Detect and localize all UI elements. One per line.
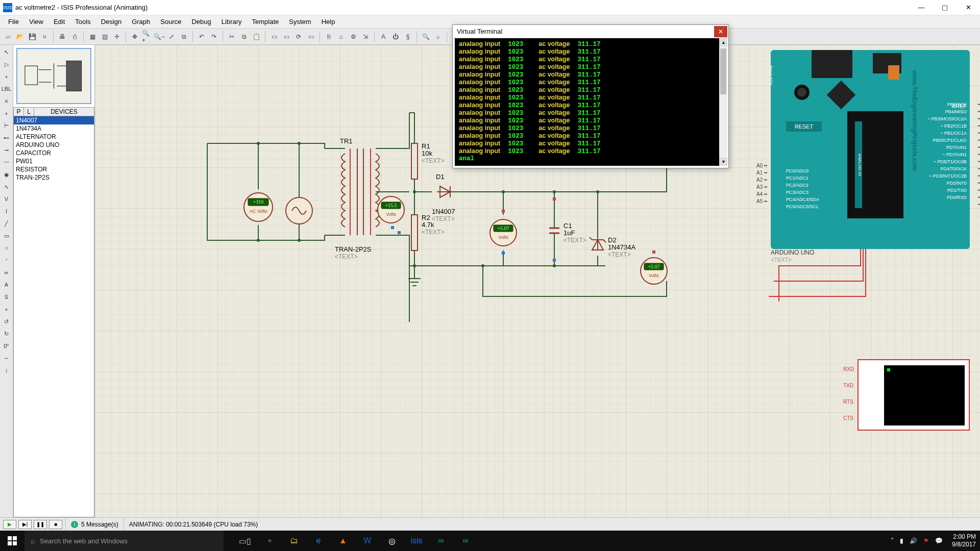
tool-path[interactable]: ∞ xyxy=(2,267,12,278)
tool-rot-ccw[interactable]: ↺ xyxy=(2,316,12,327)
task-edge[interactable]: e xyxy=(307,531,330,551)
lib-button[interactable]: ⌂ xyxy=(335,31,347,42)
tool-mirror-h[interactable]: ↔ xyxy=(2,353,12,363)
tool-bus-pin[interactable]: ⊢ xyxy=(2,120,12,131)
stop-button[interactable]: ■ xyxy=(49,520,62,529)
resistor-r2[interactable]: R2 4.7k <TEXT> xyxy=(411,192,445,266)
text-button[interactable]: § xyxy=(402,31,413,42)
task-chrome[interactable]: ◎ xyxy=(381,531,403,551)
pick-button[interactable]: ⎘ xyxy=(323,31,334,42)
diode-d1[interactable]: D1 1N4007 <TEXT> xyxy=(432,173,455,222)
tool-arc[interactable]: ◜ xyxy=(2,255,12,265)
virtual-terminal-body[interactable]: analaog input 1023 ac voltage 311.17 ana… xyxy=(455,38,719,166)
menu-tools[interactable]: Tools xyxy=(70,16,95,27)
meter-v2[interactable]: +5.07 Volts xyxy=(490,219,517,246)
undo-button[interactable]: ↶ xyxy=(196,31,207,42)
task-word[interactable]: W xyxy=(356,531,379,551)
device-tran-2p2s[interactable]: TRAN-2P2S xyxy=(14,173,94,182)
zoom-sel-button[interactable]: ⧉ xyxy=(178,31,189,42)
task-isis[interactable]: isis xyxy=(405,531,428,551)
tool-rot-cw[interactable]: ↻ xyxy=(2,329,12,339)
tool-plus3[interactable]: ＋ xyxy=(2,304,12,314)
open-button[interactable]: 📂 xyxy=(14,31,26,42)
toggle-button[interactable]: ⏻ xyxy=(390,31,401,42)
new-button[interactable]: ▱ xyxy=(2,31,13,42)
tool-mirror-v[interactable]: ↕ xyxy=(2,365,12,375)
zoom-fit-button[interactable]: ⤢ xyxy=(166,31,177,42)
menu-help[interactable]: Help xyxy=(316,16,340,27)
start-button[interactable] xyxy=(0,531,24,551)
meter-v1[interactable]: +15.5 Volts xyxy=(378,196,404,223)
menu-design[interactable]: Design xyxy=(96,16,127,27)
block-rotate-button[interactable]: ⟳ xyxy=(293,31,304,42)
device-capacitor[interactable]: CAPACITOR xyxy=(14,149,94,157)
menu-view[interactable]: View xyxy=(24,16,48,27)
make-button[interactable]: ⚙ xyxy=(348,31,359,42)
device-pw01[interactable]: PW01 xyxy=(14,157,94,165)
tray-battery-icon[interactable]: ▮ xyxy=(900,537,903,544)
capacitor-c1[interactable]: C1 1uF <TEXT> xyxy=(549,199,586,261)
zoom-out-button[interactable]: 🔍– xyxy=(154,31,165,42)
scroll-down-icon[interactable]: ▾ xyxy=(719,158,727,166)
task-task-view[interactable]: ▭▯ xyxy=(234,531,256,551)
transformer-tr1[interactable]: TR1 TRAN-2P2S <TEXT> xyxy=(335,137,379,260)
device-arduino uno[interactable]: ARDUINO UNO xyxy=(14,141,94,149)
tool-probe-i[interactable]: I xyxy=(2,206,12,216)
tray-volume-icon[interactable]: 🔊 xyxy=(910,537,917,544)
taskbar-clock[interactable]: 2:00 PM 9/8/2017 xyxy=(948,533,980,548)
section-button[interactable]: ⌗ xyxy=(39,31,50,42)
virtual-terminal-window[interactable]: Virtual Terminal ✕ analaog input 1023 ac… xyxy=(452,24,729,168)
arduino-board[interactable]: RESET ANALOG IN www.TheEngineeringProjec… xyxy=(771,50,970,249)
serial-terminal[interactable]: RXD TXD RTS CTS xyxy=(857,359,970,431)
overview-thumbnail[interactable] xyxy=(16,48,91,104)
tool-angle[interactable]: 0° xyxy=(2,341,12,351)
meter-ac[interactable]: +310 AC Volts xyxy=(244,193,273,221)
system-tray[interactable]: ˄ ▮ 🔊 ⚑ 💬 xyxy=(886,537,948,544)
decompose-button[interactable]: ⇲ xyxy=(360,31,371,42)
virtual-terminal-titlebar[interactable]: Virtual Terminal ✕ xyxy=(453,25,728,38)
tool-plus2[interactable]: ＋ xyxy=(2,108,12,118)
task-vlc[interactable]: ▲ xyxy=(332,531,354,551)
scroll-thumb[interactable] xyxy=(720,48,726,94)
tool-terminal[interactable]: ⊷ xyxy=(2,133,12,143)
tool-text-block[interactable]: ≡ xyxy=(2,96,12,106)
tool-graph[interactable]: 〰 xyxy=(2,157,12,167)
save-button[interactable]: 💾 xyxy=(27,31,38,42)
wire-label-button[interactable]: A xyxy=(378,31,389,42)
block-delete-button[interactable]: ▭ xyxy=(305,31,316,42)
tool-symbol[interactable]: S xyxy=(2,292,12,302)
paste-button[interactable]: 📋 xyxy=(251,31,262,42)
tool-component[interactable]: ▷ xyxy=(2,59,12,69)
minimize-button[interactable]: — xyxy=(910,0,933,15)
print-button[interactable]: 🖶 xyxy=(57,31,68,42)
origin-button[interactable]: ✛ xyxy=(111,31,122,42)
tool-arrow[interactable]: ↖ xyxy=(2,47,12,57)
devices-l-button[interactable]: L xyxy=(24,108,34,116)
task-cs[interactable]: ⌖ xyxy=(258,531,281,551)
menu-source[interactable]: Source xyxy=(155,16,186,27)
tray-action-icon[interactable]: 💬 xyxy=(935,537,943,544)
menu-debug[interactable]: Debug xyxy=(186,16,216,27)
grid-region-button[interactable]: ▦ xyxy=(87,31,98,42)
menu-edit[interactable]: Edit xyxy=(48,16,70,27)
print-area-button[interactable]: ⎙ xyxy=(69,31,80,42)
grid-button[interactable]: ▤ xyxy=(99,31,110,42)
menu-graph[interactable]: Graph xyxy=(127,16,155,27)
device-resistor[interactable]: RESISTOR xyxy=(14,165,94,173)
step-button[interactable]: ▶| xyxy=(18,520,32,529)
menu-file[interactable]: File xyxy=(3,16,24,27)
source-ac[interactable] xyxy=(286,197,312,224)
devices-p-button[interactable]: P xyxy=(14,108,24,116)
close-button[interactable]: ✕ xyxy=(957,0,980,15)
block-move-button[interactable]: ▭ xyxy=(281,31,292,42)
menu-template[interactable]: Template xyxy=(247,16,284,27)
tool-gen[interactable]: ∿ xyxy=(2,182,12,192)
device-alternator[interactable]: ALTERNATOR xyxy=(14,133,94,141)
menu-system[interactable]: System xyxy=(284,16,316,27)
device-1n4007[interactable]: 1N4007 xyxy=(14,116,94,124)
taskbar-search[interactable]: ⌕ Search the web and Windows xyxy=(24,531,224,551)
zoom-in-button[interactable]: 🔍+ xyxy=(141,31,153,42)
devices-list[interactable]: 1N40071N4734AALTERNATORARDUINO UNOCAPACI… xyxy=(13,116,94,517)
meter-v3[interactable]: +5.07 Volts xyxy=(641,258,667,284)
virtual-terminal-scrollbar[interactable]: ▴ ▾ xyxy=(719,38,727,166)
